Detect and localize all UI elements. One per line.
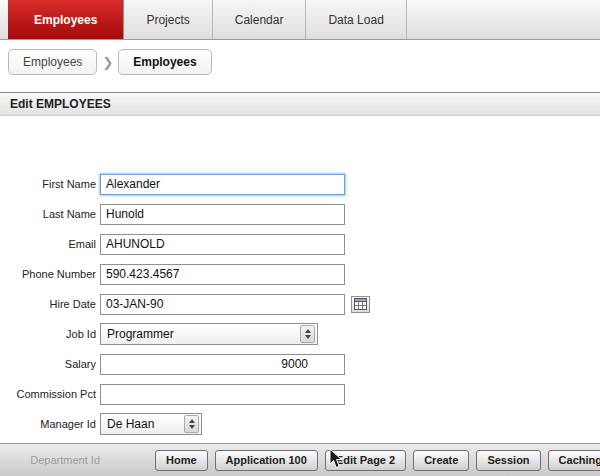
create-button[interactable]: Create	[413, 450, 469, 471]
hire-date-label: Hire Date	[0, 298, 100, 310]
manager-id-label: Manager Id	[0, 418, 100, 430]
manager-id-select[interactable]: De Haan	[100, 413, 202, 435]
form-row-hire-date: Hire Date	[0, 293, 600, 315]
last-name-input[interactable]	[100, 204, 345, 225]
job-id-selected-value: Programmer	[107, 327, 300, 341]
email-input[interactable]	[100, 234, 345, 255]
form-row-manager-id: Manager Id De Haan	[0, 413, 600, 435]
salary-label: Salary	[0, 358, 100, 370]
chevron-right-icon: ❯	[102, 55, 113, 70]
select-arrows-icon	[184, 415, 199, 433]
phone-number-label: Phone Number	[0, 268, 100, 280]
form-row-salary: Salary	[0, 353, 600, 375]
home-button[interactable]: Home	[155, 450, 208, 471]
session-button[interactable]: Session	[476, 450, 540, 471]
tab-projects[interactable]: Projects	[124, 0, 212, 39]
edit-page-2-button[interactable]: Edit Page 2	[325, 450, 406, 471]
region-title: Edit EMPLOYEES	[0, 92, 600, 116]
breadcrumb-item-employees[interactable]: Employees	[8, 49, 97, 75]
commission-pct-label: Commission Pct	[0, 388, 100, 400]
app-window: Employees Projects Calendar Data Load Em…	[0, 0, 600, 476]
breadcrumb-item-current: Employees	[118, 49, 211, 75]
commission-pct-input[interactable]	[100, 384, 345, 405]
salary-input[interactable]	[100, 354, 345, 375]
job-id-label: Job Id	[0, 328, 100, 340]
form-row-phone-number: Phone Number	[0, 263, 600, 285]
application-100-button[interactable]: Application 100	[215, 450, 318, 471]
email-label: Email	[0, 238, 100, 250]
form-row-job-id: Job Id Programmer	[0, 323, 600, 345]
form-row-email: Email	[0, 233, 600, 255]
form-row-first-name: First Name	[0, 173, 600, 195]
form-row-last-name: Last Name	[0, 203, 600, 225]
form-row-commission-pct: Commission Pct	[0, 383, 600, 405]
hire-date-input[interactable]	[100, 294, 345, 315]
tab-calendar[interactable]: Calendar	[213, 0, 307, 39]
edit-employees-form: First Name Last Name Email Phone Number …	[0, 116, 600, 435]
calendar-picker-button[interactable]	[351, 296, 370, 313]
first-name-input[interactable]	[100, 174, 345, 195]
tab-data-load[interactable]: Data Load	[306, 0, 406, 39]
tab-employees[interactable]: Employees	[8, 0, 124, 39]
department-id-label: Department Id	[8, 454, 100, 466]
caching-button[interactable]: Caching	[548, 450, 600, 471]
select-arrows-icon	[300, 325, 315, 343]
manager-id-selected-value: De Haan	[107, 417, 184, 431]
calendar-icon	[354, 298, 367, 310]
phone-number-input[interactable]	[100, 264, 345, 285]
developer-toolbar: Department Id Home Application 100 Edit …	[0, 443, 600, 476]
first-name-label: First Name	[0, 178, 100, 190]
job-id-select[interactable]: Programmer	[100, 323, 318, 345]
last-name-label: Last Name	[0, 208, 100, 220]
breadcrumb: Employees ❯ Employees	[0, 40, 600, 92]
tab-bar: Employees Projects Calendar Data Load	[0, 0, 600, 40]
